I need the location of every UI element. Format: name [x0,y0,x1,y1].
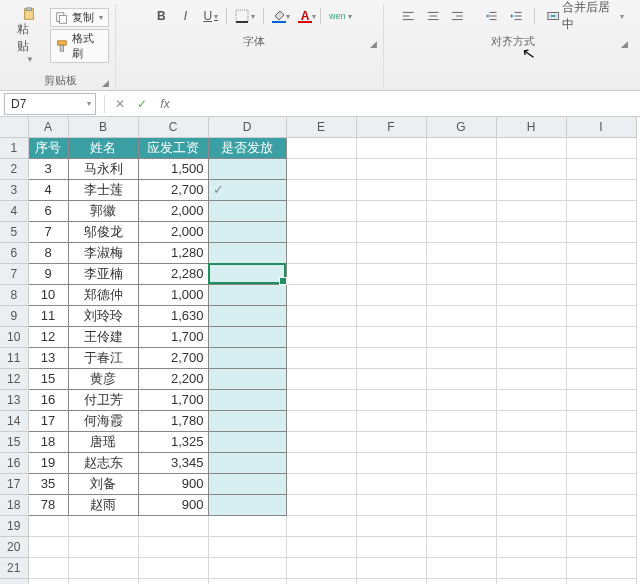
cell-I18[interactable] [566,494,636,515]
cell-A12[interactable]: 15 [28,368,68,389]
cell-A2[interactable]: 3 [28,158,68,179]
cell-D7[interactable] [208,263,286,284]
indent-decrease-button[interactable] [481,6,502,26]
cell-D1[interactable]: 是否发放 [208,137,286,158]
cell-H13[interactable] [496,389,566,410]
cell-F2[interactable] [356,158,426,179]
cell-G8[interactable] [426,284,496,305]
underline-button[interactable]: U▾ [199,6,222,26]
cell-G11[interactable] [426,347,496,368]
col-header-B[interactable]: B [68,117,138,137]
col-header-I[interactable]: I [566,117,636,137]
cell-C17[interactable]: 900 [138,473,208,494]
cell-I8[interactable] [566,284,636,305]
cell-B3[interactable]: 李士莲 [68,179,138,200]
cell-I21[interactable] [566,557,636,578]
cell-A20[interactable] [28,536,68,557]
cell-B12[interactable]: 黄彦 [68,368,138,389]
cell-H16[interactable] [496,452,566,473]
cell-B18[interactable]: 赵雨 [68,494,138,515]
row-header-22[interactable]: 22 [0,578,28,584]
cell-H18[interactable] [496,494,566,515]
cell-F3[interactable] [356,179,426,200]
cell-I5[interactable] [566,221,636,242]
cell-C21[interactable] [138,557,208,578]
cell-I3[interactable] [566,179,636,200]
cell-I12[interactable] [566,368,636,389]
cell-C11[interactable]: 2,700 [138,347,208,368]
cell-H21[interactable] [496,557,566,578]
select-all-corner[interactable] [0,117,28,137]
cell-A18[interactable]: 78 [28,494,68,515]
cell-G19[interactable] [426,515,496,536]
cell-G10[interactable] [426,326,496,347]
cell-C2[interactable]: 1,500 [138,158,208,179]
cell-G16[interactable] [426,452,496,473]
cell-E5[interactable] [286,221,356,242]
cell-C7[interactable]: 2,280 [138,263,208,284]
cell-F9[interactable] [356,305,426,326]
cell-D10[interactable] [208,326,286,347]
cell-A19[interactable] [28,515,68,536]
cell-E1[interactable] [286,137,356,158]
col-header-C[interactable]: C [138,117,208,137]
cell-E16[interactable] [286,452,356,473]
cell-G1[interactable] [426,137,496,158]
cell-H17[interactable] [496,473,566,494]
cell-A1[interactable]: 序号 [28,137,68,158]
cell-E3[interactable] [286,179,356,200]
cell-G2[interactable] [426,158,496,179]
cell-F19[interactable] [356,515,426,536]
row-header-6[interactable]: 6 [0,242,28,263]
row-header-9[interactable]: 9 [0,305,28,326]
cell-E11[interactable] [286,347,356,368]
cell-H15[interactable] [496,431,566,452]
cell-A17[interactable]: 35 [28,473,68,494]
cell-I9[interactable] [566,305,636,326]
cell-F17[interactable] [356,473,426,494]
cell-D22[interactable] [208,578,286,584]
alignment-dialog-launcher[interactable]: ◢ [621,39,628,49]
cell-I22[interactable] [566,578,636,584]
row-header-21[interactable]: 21 [0,557,28,578]
cell-E15[interactable] [286,431,356,452]
col-header-G[interactable]: G [426,117,496,137]
cell-E22[interactable] [286,578,356,584]
cell-D8[interactable] [208,284,286,305]
indent-increase-button[interactable] [506,6,527,26]
cell-B14[interactable]: 何海霞 [68,410,138,431]
paste-button[interactable]: 粘贴 ▼ [12,4,46,67]
cell-F4[interactable] [356,200,426,221]
cell-D20[interactable] [208,536,286,557]
clipboard-dialog-launcher[interactable]: ◢ [102,78,109,88]
cell-A21[interactable] [28,557,68,578]
cell-F18[interactable] [356,494,426,515]
spreadsheet-grid[interactable]: ABCDEFGHI1序号姓名应发工资是否发放23马永利1,50034李士莲2,7… [0,117,640,584]
cell-H5[interactable] [496,221,566,242]
cell-C12[interactable]: 2,200 [138,368,208,389]
cell-A6[interactable]: 8 [28,242,68,263]
cell-I13[interactable] [566,389,636,410]
cell-C15[interactable]: 1,325 [138,431,208,452]
fill-color-button[interactable]: ▾ [268,6,290,26]
cell-G13[interactable] [426,389,496,410]
cell-I14[interactable] [566,410,636,431]
col-header-H[interactable]: H [496,117,566,137]
cell-H9[interactable] [496,305,566,326]
cell-A22[interactable] [28,578,68,584]
cell-B6[interactable]: 李淑梅 [68,242,138,263]
col-header-F[interactable]: F [356,117,426,137]
cell-F21[interactable] [356,557,426,578]
cell-D17[interactable] [208,473,286,494]
cell-F11[interactable] [356,347,426,368]
cell-I17[interactable] [566,473,636,494]
cell-A3[interactable]: 4 [28,179,68,200]
cell-F15[interactable] [356,431,426,452]
row-header-18[interactable]: 18 [0,494,28,515]
cell-C6[interactable]: 1,280 [138,242,208,263]
row-header-8[interactable]: 8 [0,284,28,305]
cell-H19[interactable] [496,515,566,536]
cell-D15[interactable] [208,431,286,452]
cell-G7[interactable] [426,263,496,284]
cell-H8[interactable] [496,284,566,305]
